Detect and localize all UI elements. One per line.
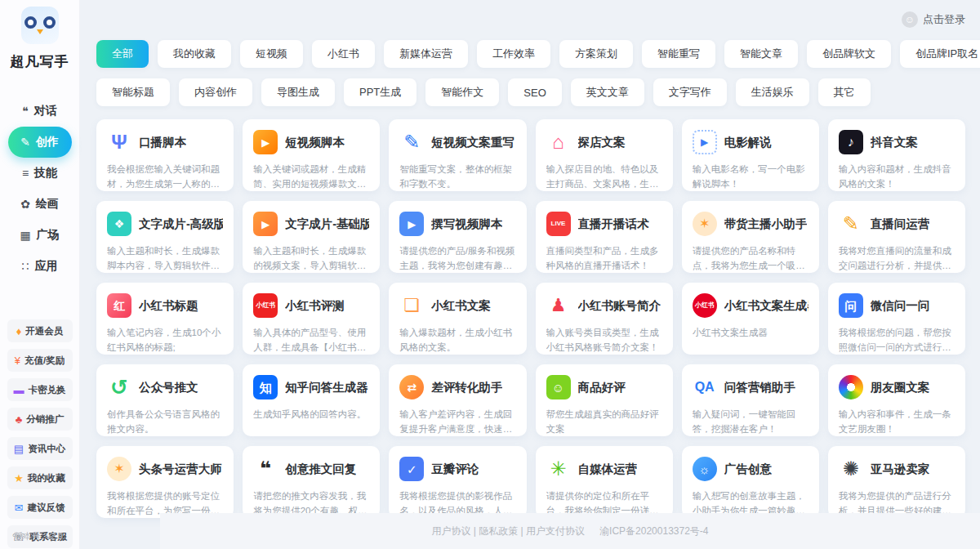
filter-tab[interactable]: 智能标题 xyxy=(96,78,170,106)
tool-card[interactable]: 问 微信问一问 我将根据您的问题，帮您按照微信问一问的方式进行解答。 xyxy=(828,283,965,355)
tool-card[interactable]: ⇄ 差评转化助手 输入客户差评内容，生成回复提升客户满意度，快速转化差评！ xyxy=(389,364,526,436)
tool-card-title: 短视频脚本 xyxy=(285,135,345,150)
blue-pencil-icon: ✎ xyxy=(399,130,424,154)
filter-tab[interactable]: 工作效率 xyxy=(477,40,550,68)
sidebar-nav-item[interactable]: ▦ 广场 xyxy=(8,220,72,251)
tool-card-description: 我将根据您的问题，帮您按照微信问一问的方式进行解答。 xyxy=(839,325,955,355)
tool-card[interactable]: ♟ 小红书账号简介 输入账号类目或类型，生成小红书风格账号简介文案！ xyxy=(536,283,673,355)
tool-card-title: 小红书文案 xyxy=(431,298,491,314)
tool-card[interactable]: 知 知乎问答生成器 生成知乎风格的回答内容。 xyxy=(243,364,380,436)
filter-tab[interactable]: 生活娱乐 xyxy=(736,78,809,106)
tool-card[interactable]: ✎ 短视频文案重写 智能重写文案，整体的框架和字数不变。 xyxy=(389,119,526,191)
filter-tab[interactable]: 智能作文 xyxy=(425,78,499,106)
sidebar-utility-label: 建议反馈 xyxy=(27,502,65,514)
tool-card-description: 请提供您的产品名称和特点，我将为您生成一个吸引观众购买的话... xyxy=(693,243,808,273)
tool-card[interactable]: ✶ 带货主播小助手 请提供您的产品名称和特点，我将为您生成一个吸引观众购买的话.… xyxy=(682,201,819,273)
tool-card[interactable]: 小红书 小红书文案生成器 小红书文案生成器 xyxy=(682,283,819,355)
tool-card[interactable]: ▶ 文字成片-基础版 输入主题和时长，生成爆款的视频文案，导入剪辑软件快速生成短… xyxy=(243,201,380,273)
filter-tab[interactable]: 我的收藏 xyxy=(158,40,231,68)
tool-card[interactable]: ✓ 豆瓣评论 我将根据您提供的影视作品名，以及作品的风格，人群的喜好，进... xyxy=(389,446,526,518)
sparkle-hand-icon: ✶ xyxy=(107,457,131,481)
wechat-channels-icon: ↺ xyxy=(107,375,131,399)
tool-card[interactable]: ☼ 广告创意 输入想写的创意故事主题，小助手为你生成一篇妙趣横生的小故事 xyxy=(682,446,819,518)
filter-tab[interactable]: 文字写作 xyxy=(653,78,727,106)
tool-card-title: 小红书标题 xyxy=(139,298,198,314)
sidebar-utility-button[interactable]: ✉ 建议反馈 xyxy=(7,496,73,519)
tool-card[interactable]: 朋友圈文案 输入内容和事件，生成一条文艺朋友圈！ xyxy=(828,364,965,436)
sidebar-utility-button[interactable]: ★ 我的收藏 xyxy=(7,466,73,489)
tool-card[interactable]: ❖ 文字成片-高级版 输入主题和时长，生成爆款脚本内容，导入剪辑软件快速生成短视… xyxy=(96,201,234,273)
filter-tab[interactable]: 创品牌软文 xyxy=(807,40,891,68)
tool-card-description: 创作具备公众号语言风格的推文内容。 xyxy=(107,407,223,436)
filter-tab[interactable]: 创品牌IP取名 xyxy=(900,40,980,68)
filter-tab[interactable]: 内容创作 xyxy=(179,78,252,106)
tool-card-description: 输入电影名称，写一个电影解说脚本！ xyxy=(693,162,808,191)
sidebar-nav-item[interactable]: ≡ 技能 xyxy=(8,158,72,189)
tool-card[interactable]: 小红书 小红书评测 输入具体的产品型号、使用人群，生成具备【小红书】语言风格的.… xyxy=(243,283,380,355)
tool-card-description: 输入笔记内容，生成10个小红书风格的标题; xyxy=(107,325,223,355)
tool-card[interactable]: ❝ 创意推文回复 请把您的推文内容发我，我将为您提供20个有趣、权威和深思熟虑.… xyxy=(243,446,380,518)
tool-card[interactable]: Ψ 口播脚本 我会根据您输入关键词和题材，为您生成第一人称的口播脚本。 xyxy=(96,119,234,191)
tool-card[interactable]: QA 问答营销助手 输入疑问词，一键智能回答，挖掘潜在客户！ xyxy=(682,364,819,436)
filter-tab[interactable]: SEO xyxy=(508,78,561,106)
filter-tab[interactable]: 方案策划 xyxy=(559,40,633,68)
sidebar-nav-item[interactable]: ✎ 创作 xyxy=(8,127,72,158)
sidebar-utility-button[interactable]: ♣ 分销推广 xyxy=(7,408,73,431)
tool-card[interactable]: ⌂ 探店文案 输入探店目的地、特色以及主打商品、文案风格，生成探店文案！ xyxy=(536,119,673,191)
sidebar-nav-item[interactable]: ∷ 应用 xyxy=(8,251,72,282)
tool-card[interactable]: ✎ 直播间运营 我将对您直播间的流量和成交问题进行分析，并提供有效的方案。 xyxy=(828,201,965,273)
recharge-coin-icon: ¥ xyxy=(15,355,20,366)
footer-links[interactable]: 用户协议 | 隐私政策 | 用户支付协议 xyxy=(432,524,586,538)
tool-card-title: 抖音文案 xyxy=(871,135,918,150)
xiaohongshu-badge-icon: 小红书 xyxy=(253,293,278,318)
sidebar-utility-button[interactable]: ▤ 资讯中心 xyxy=(7,437,73,460)
tool-card-title: 头条号运营大师 xyxy=(139,462,222,477)
tool-card[interactable]: ❏ 小红书文案 输入爆款题材，生成小红书风格的文案。 xyxy=(389,283,526,355)
filter-tab[interactable]: 导图生成 xyxy=(261,78,335,106)
green-asterisk-icon: ✳ xyxy=(546,457,571,481)
filter-tab[interactable]: 短视频 xyxy=(240,40,303,68)
xiaohongshu-round-icon: 小红书 xyxy=(693,293,717,318)
tool-card-title: 知乎问答生成器 xyxy=(285,380,368,395)
tool-card-title: 小红书账号简介 xyxy=(578,298,662,314)
sidebar-utility-button[interactable]: ♦ 开通会员 xyxy=(7,319,73,342)
tool-card-title: 商品好评 xyxy=(578,380,626,395)
tool-card-description: 输入主题和时长，生成爆款脚本内容，导入剪辑软件快速生成短视... xyxy=(107,243,223,273)
tool-card-title: 直播间运营 xyxy=(871,216,930,232)
sidebar-nav-item[interactable]: ✿ 绘画 xyxy=(8,189,72,220)
filter-tab[interactable]: PPT生成 xyxy=(344,78,416,106)
tool-card[interactable]: LIVE 直播开播话术 直播间类型和产品，生成多种风格的直播开播话术！ xyxy=(536,201,673,273)
tool-card-description: 输入客户差评内容，生成回复提升客户满意度，快速转化差评！ xyxy=(399,407,515,436)
tool-card[interactable]: ♪ 抖音文案 输入内容和题材，生成抖音风格的文案！ xyxy=(828,119,965,191)
tool-card[interactable]: ☺ 商品好评 帮您生成超真实的商品好评文案 xyxy=(536,364,673,436)
tool-card[interactable]: ▶ 电影解说 输入电影名称，写一个电影解说脚本！ xyxy=(682,119,819,191)
tool-card-description: 输入关键词或题材，生成精简、实用的短视频爆款文案脚本。 xyxy=(253,162,369,191)
tool-card[interactable]: ✶ 头条号运营大师 我将根据您提供的账号定位和所在平台，为您写一份详细的运营计.… xyxy=(96,446,234,518)
app-title: 超凡写手 xyxy=(11,52,69,71)
sidebar-utility-label: 卡密兑换 xyxy=(29,384,66,396)
tool-card[interactable]: 红 小红书标题 输入笔记内容，生成10个小红书风格的标题; xyxy=(96,283,234,355)
tool-card[interactable]: ✺ 亚马逊卖家 我将为您提供的产品进行分析，并且提供一些好的建议。 xyxy=(828,446,965,518)
filter-tab-active[interactable]: 全部 xyxy=(96,40,149,68)
sidebar-nav-item[interactable]: ❝ 对话 xyxy=(8,96,72,127)
wen-question-icon: 问 xyxy=(839,293,863,318)
tool-card[interactable]: ▶ 短视频脚本 输入关键词或题材，生成精简、实用的短视频爆款文案脚本。 xyxy=(243,119,380,191)
filter-tab[interactable]: 英文文章 xyxy=(571,78,644,106)
sidebar-utility-button[interactable]: ¥ 充值/奖励 xyxy=(7,349,73,372)
filter-tab[interactable]: 智能重写 xyxy=(642,40,715,68)
app-logo xyxy=(21,7,59,44)
clipboard-check-icon: ✓ xyxy=(399,457,424,481)
tool-card-description: 我将对您直播间的流量和成交问题进行分析，并提供有效的方案。 xyxy=(839,243,955,273)
filter-tab[interactable]: 新媒体运营 xyxy=(384,40,468,68)
sidebar-utility-button[interactable]: ▬ 卡密兑换 xyxy=(7,378,73,401)
filter-tab[interactable]: 小红书 xyxy=(312,40,375,68)
filter-tab[interactable]: 其它 xyxy=(818,78,871,106)
tool-card[interactable]: ✳ 自媒体运营 请提供你的定位和所在平台，我将给你制定一份详细的自媒体运营... xyxy=(536,446,673,518)
tool-card[interactable]: ↺ 公众号推文 创作具备公众号语言风格的推文内容。 xyxy=(96,364,234,436)
filter-tab[interactable]: 智能文章 xyxy=(724,40,798,68)
login-button[interactable]: ☺ 点击登录 xyxy=(902,11,965,28)
tool-card-title: 豆瓣评论 xyxy=(431,462,479,477)
clipboard-pencil-icon: ✎ xyxy=(839,212,863,236)
footer-icp: 渝ICP备2020013372号-4 xyxy=(599,524,708,538)
tool-card[interactable]: ▶ 撰写视频脚本 请提供您的产品/服务和视频主题，我将为您创建有趣、引人入胜的.… xyxy=(389,201,526,273)
